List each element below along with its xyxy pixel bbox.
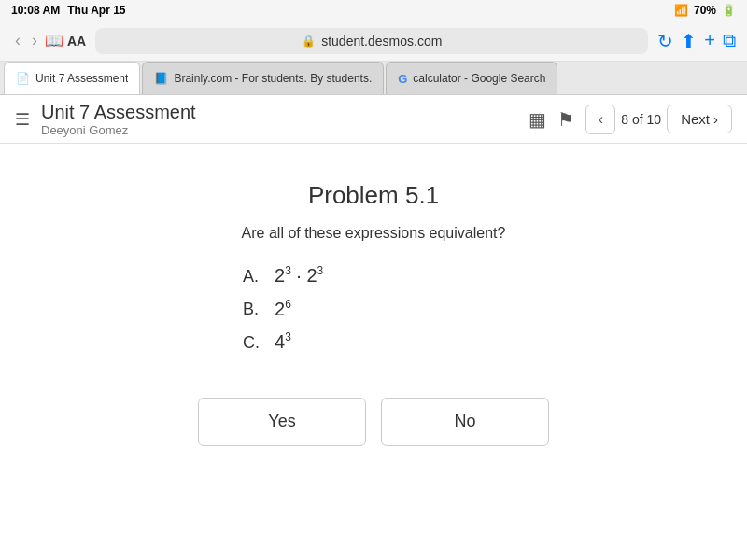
battery-icon: 🔋	[722, 4, 736, 17]
nav-controls: ‹ 8 of 10 Next ›	[585, 105, 732, 134]
url-bar[interactable]: 🔒 student.desmos.com	[95, 28, 648, 54]
aa-button[interactable]: AA	[67, 34, 86, 49]
problem-title: Problem 5.1	[308, 181, 439, 210]
choice-b-label: B.	[243, 300, 265, 319]
next-chevron: ›	[713, 111, 718, 127]
choice-b-expr: 26	[275, 298, 291, 320]
no-button[interactable]: No	[381, 398, 549, 446]
yes-button[interactable]: Yes	[198, 398, 366, 446]
share-button[interactable]: ⬆	[681, 30, 697, 52]
reload-button[interactable]: ↻	[657, 30, 673, 52]
browser-chrome: ‹ › 📖 AA 🔒 student.desmos.com ↻ ⬆ + ⧉	[0, 21, 747, 62]
page-indicator: 8 of 10	[621, 112, 661, 127]
next-button[interactable]: Next ›	[667, 105, 732, 133]
status-right: 📶 70% 🔋	[674, 4, 736, 17]
reader-icon: 📖	[45, 32, 63, 49]
browser-actions: ↻ ⬆ + ⧉	[657, 30, 736, 52]
url-text: student.desmos.com	[321, 34, 442, 49]
app-subtitle: Deeyoni Gomez	[41, 123, 529, 137]
tab-brainly-favicon: 📘	[154, 72, 168, 85]
hamburger-button[interactable]: ☰	[15, 109, 30, 130]
problem-question: Are all of these expressions equivalent?	[242, 225, 506, 242]
choice-c-label: C.	[243, 333, 265, 353]
lock-icon: 🔒	[302, 35, 316, 48]
tab-calculator[interactable]: G calculator - Google Search	[386, 62, 557, 94]
choice-a-label: A.	[243, 267, 265, 287]
flag-button[interactable]: ⚑	[557, 108, 574, 131]
date-display: Thu Apr 15	[67, 4, 125, 17]
app-title-block: Unit 7 Assessment Deeyoni Gomez	[41, 102, 529, 137]
tab-bar: 📄 Unit 7 Assessment 📘 Brainly.com - For …	[0, 62, 747, 95]
app-header: ☰ Unit 7 Assessment Deeyoni Gomez ▦ ⚑ ‹ …	[0, 95, 747, 144]
calculator-button[interactable]: ▦	[529, 108, 546, 131]
choices-list: A. 23 · 23 B. 26 C. 43	[187, 264, 560, 353]
tab-brainly-label: Brainly.com - For students. By students.	[174, 72, 372, 85]
choice-c: C. 43	[243, 330, 560, 353]
battery-display: 70%	[694, 4, 716, 17]
time-display: 10:08 AM	[11, 4, 60, 17]
choice-a: A. 23 · 23	[243, 264, 560, 287]
status-bar: 10:08 AM Thu Apr 15 📶 70% 🔋	[0, 0, 747, 21]
choice-c-expr: 43	[275, 330, 291, 353]
forward-button[interactable]: ›	[28, 29, 41, 52]
tab-unit7-favicon: 📄	[16, 72, 30, 85]
main-content: Problem 5.1 Are all of these expressions…	[0, 144, 747, 465]
tab-unit7-label: Unit 7 Assessment	[35, 72, 128, 85]
tab-calculator-label: calculator - Google Search	[413, 72, 545, 85]
tab-brainly[interactable]: 📘 Brainly.com - For students. By student…	[142, 62, 384, 94]
wifi-icon: 📶	[674, 4, 688, 17]
header-tools: ▦ ⚑ ‹ 8 of 10 Next ›	[529, 105, 732, 134]
answer-buttons: Yes No	[198, 398, 549, 446]
tab-unit7[interactable]: 📄 Unit 7 Assessment	[4, 62, 140, 94]
tabs-button[interactable]: ⧉	[723, 30, 736, 51]
nav-buttons: ‹ › 📖 AA	[11, 29, 86, 52]
prev-page-button[interactable]: ‹	[585, 105, 615, 134]
choice-a-expr: 23 · 23	[275, 264, 323, 287]
status-left: 10:08 AM Thu Apr 15	[11, 4, 125, 17]
app-title: Unit 7 Assessment	[41, 102, 529, 123]
back-button[interactable]: ‹	[11, 29, 24, 52]
choice-b: B. 26	[243, 298, 560, 320]
add-tab-button[interactable]: +	[704, 30, 715, 51]
tab-calculator-favicon: G	[398, 72, 407, 86]
next-label: Next	[681, 111, 710, 127]
